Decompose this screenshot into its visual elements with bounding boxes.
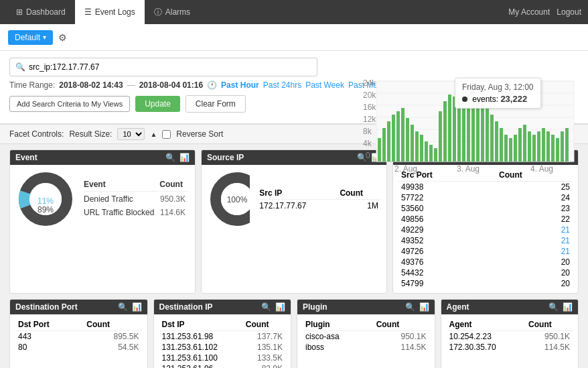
destination-port-card: Destination Port 🔍 📊 Dst PortCount 44389…	[9, 299, 148, 368]
svg-rect-23	[411, 125, 414, 162]
svg-rect-27	[429, 145, 433, 162]
agent-body: AgentCount 10.254.2.23950.1K 172.30.35.7…	[441, 314, 579, 357]
svg-rect-28	[434, 148, 437, 162]
time-link-past-week[interactable]: Past Week	[305, 80, 344, 90]
svg-text:11%: 11%	[38, 196, 54, 206]
clear-form-button[interactable]: Clear Form	[186, 95, 246, 113]
svg-text:100%: 100%	[227, 195, 248, 204]
result-size-label: Result Size:	[69, 129, 112, 139]
chart-icon-dst-port[interactable]: 📊	[132, 302, 142, 312]
facet-controls-label: Facet Controls:	[9, 129, 64, 139]
svg-rect-20	[396, 111, 400, 162]
event-card-body: 11% 89% Event Count Denied Traffic 950.3…	[10, 165, 195, 233]
svg-rect-48	[523, 125, 526, 162]
clock-icon: 🕐	[207, 80, 217, 90]
svg-text:89%: 89%	[38, 205, 54, 214]
chart-icon-agent[interactable]: 📊	[563, 302, 573, 312]
search-icon-dst-ip[interactable]: 🔍	[261, 302, 271, 312]
svg-text:20k: 20k	[363, 90, 376, 100]
source-ip-title: Source IP	[207, 153, 244, 162]
table-row: 4935221	[398, 235, 573, 246]
logout-link[interactable]: Logout	[557, 7, 581, 17]
agent-title: Agent	[447, 302, 469, 312]
event-donut-chart: 11% 89%	[15, 169, 76, 229]
search-icon-agent[interactable]: 🔍	[548, 302, 559, 312]
search-row: 🔍	[9, 58, 579, 76]
reverse-sort-checkbox[interactable]	[162, 130, 171, 139]
chart-tooltip: Friday, Aug 3, 12:00 events: 23,222	[455, 78, 541, 109]
time-link-past-hour[interactable]: Past Hour	[221, 80, 259, 90]
sort-icon-up: ▲	[150, 131, 157, 138]
table-row: 4922921	[398, 225, 573, 235]
event-chart-area: 24k 20k 16k 12k 8k 4k 0	[351, 78, 579, 182]
source-ip-donut-chart: 100%	[207, 169, 250, 229]
dst-ip-table: Dst IPCount 131.253.61.98137.7K 131.253.…	[159, 318, 286, 368]
svg-rect-49	[528, 131, 531, 162]
add-search-criteria-button[interactable]: Add Search Criteria to My Views	[9, 96, 130, 112]
svg-rect-22	[406, 118, 409, 162]
plugin-icons: 🔍 📊	[405, 302, 429, 312]
chart-icon-event[interactable]: 📊	[179, 153, 190, 162]
svg-rect-54	[551, 135, 555, 162]
search-icon-dst-port[interactable]: 🔍	[118, 302, 128, 312]
svg-rect-51	[537, 131, 540, 162]
source-port-card-body: Src Port Count 4993825 5772224 5356023 4…	[393, 165, 578, 293]
dst-port-body: Dst PortCount 443895.5K 8054.5K	[10, 314, 147, 357]
svg-rect-55	[556, 138, 559, 162]
search-icon-event[interactable]: 🔍	[165, 153, 175, 162]
result-size-select[interactable]: 10 25 50	[117, 128, 145, 140]
svg-text:4. Aug: 4. Aug	[530, 164, 553, 174]
plugin-header: Plugin 🔍 📊	[297, 300, 435, 314]
search-icon: 🔍	[15, 62, 25, 72]
table-row: iboss114.5K	[303, 342, 429, 353]
svg-rect-25	[420, 135, 423, 162]
default-button[interactable]: Default ▾	[8, 30, 53, 45]
plugin-card: Plugin 🔍 📊 PluginCount cisco-asa950.1K i…	[297, 299, 435, 368]
source-ip-data-table: Src IP Count 172.17.77.67 1M	[256, 187, 381, 212]
tab-dashboard[interactable]: ⊞ Dashboard	[7, 0, 75, 24]
time-end: 2018-08-04 01:16	[139, 80, 203, 90]
svg-rect-47	[518, 128, 522, 162]
chart-icon-plugin[interactable]: 📊	[419, 302, 429, 312]
svg-text:2. Aug: 2. Aug	[394, 164, 417, 174]
svg-rect-19	[392, 115, 395, 162]
svg-rect-31	[448, 95, 451, 162]
info-icon: ⓘ	[154, 7, 162, 18]
table-row: 131.253.61.9683.9K	[159, 363, 286, 368]
time-start: 2018-08-02 14:43	[59, 80, 123, 90]
svg-text:16k: 16k	[363, 103, 376, 112]
src-ip-count-header: Count	[337, 187, 381, 200]
tooltip-dot	[462, 97, 467, 102]
tab-alarms[interactable]: ⓘ Alarms	[145, 0, 200, 24]
settings-gear-button[interactable]: ⚙	[58, 32, 67, 43]
table-row: 10.254.2.23950.1K	[447, 331, 573, 343]
svg-text:12k: 12k	[363, 115, 376, 124]
search-box-container[interactable]: 🔍	[9, 58, 317, 76]
svg-rect-18	[387, 121, 390, 162]
event-card: Event 🔍 📊 11% 89%	[9, 149, 196, 294]
caret-icon: ▾	[43, 34, 46, 41]
dst-port-icons: 🔍 📊	[118, 302, 142, 312]
top-section: 🔍 Time Range: 2018-08-02 14:43 — 2018-08…	[0, 51, 588, 124]
update-button[interactable]: Update	[135, 96, 180, 112]
table-row: Denied Traffic 950.3K	[84, 193, 188, 205]
table-row: 131.253.61.100133.5K	[159, 353, 286, 363]
svg-rect-16	[378, 138, 381, 162]
svg-rect-21	[401, 108, 405, 162]
search-icon-plugin[interactable]: 🔍	[405, 302, 415, 312]
time-link-past-24hrs[interactable]: Past 24hrs	[263, 80, 301, 90]
grid-icon: ⊞	[16, 7, 23, 17]
svg-rect-44	[504, 135, 508, 162]
my-account-link[interactable]: My Account	[508, 7, 550, 17]
search-input[interactable]	[29, 62, 311, 72]
dst-port-table: Dst PortCount 443895.5K 8054.5K	[15, 318, 142, 353]
tooltip-events: events: 23,222	[462, 94, 534, 104]
table-row: 5356023	[398, 203, 573, 214]
chart-icon-dst-ip[interactable]: 📊	[275, 302, 285, 312]
dst-ip-title: Destination IP	[159, 302, 213, 312]
table-row: 4937620	[398, 257, 573, 267]
count-col-header: Count	[159, 180, 188, 192]
tab-event-logs[interactable]: ☰ Event Logs	[75, 0, 145, 24]
src-ip-col-header: Src IP	[256, 187, 337, 200]
event-card-header: Event 🔍 📊	[10, 150, 195, 165]
